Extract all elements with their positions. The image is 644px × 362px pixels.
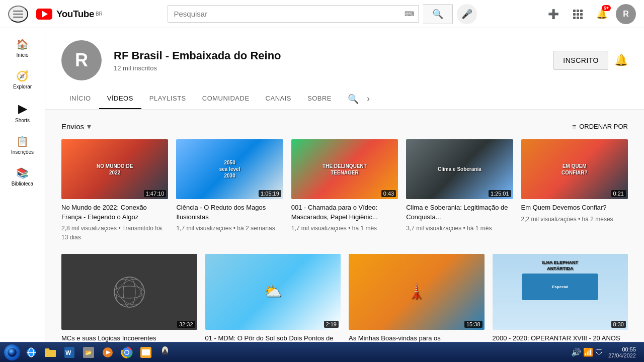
svg-rect-5 bbox=[580, 10, 583, 12]
channel-name: RF Brasil - Embaixada do Reino bbox=[114, 49, 541, 62]
search-input[interactable] bbox=[168, 6, 400, 22]
sidebar-item-home[interactable]: 🏠 Início bbox=[3, 32, 43, 64]
notifications-button[interactable]: 🔔 5+ bbox=[592, 4, 612, 24]
videos-section: Envios ▾ ≡ ORDENAR POR NO MUNDO DE2022 1… bbox=[45, 110, 644, 362]
thumb-text-v4: Clima e Soberania bbox=[438, 166, 481, 172]
video-duration-v8: 15:38 bbox=[464, 321, 482, 328]
svg-rect-6 bbox=[573, 13, 576, 16]
video-card-v3[interactable]: THE DELINQUENTTEENAGER 0:43 001 - Chamad… bbox=[291, 139, 398, 242]
sidebar-label-subscriptions: Inscrições bbox=[11, 149, 34, 155]
video-views-v5: 2,2 mil visualizações bbox=[521, 216, 577, 223]
video-time-v3: há 1 mês bbox=[352, 225, 377, 232]
video-thumb-v2: 2050sea level2030 1:05:19 bbox=[176, 139, 283, 199]
tab-chevron-icon[interactable]: › bbox=[363, 89, 374, 108]
video-info-v1: No Mundo de 2022: Conexão França - Elege… bbox=[61, 199, 168, 241]
thumb-text-v8: 🗼 bbox=[408, 283, 425, 301]
video-info-v3: 001 - Chamada para o Vídeo: Mascarados, … bbox=[291, 199, 398, 232]
mic-button[interactable]: 🎤 bbox=[457, 4, 477, 24]
clock-time: 00:55 bbox=[608, 346, 636, 352]
home-icon: 🏠 bbox=[16, 38, 29, 50]
taskbar-folder[interactable] bbox=[41, 343, 59, 361]
tray-icon-1[interactable]: 🔊 bbox=[571, 347, 581, 357]
video-card-v2[interactable]: 2050sea level2030 1:05:19 Ciência - O Re… bbox=[176, 139, 283, 242]
tab-inicio[interactable]: INÍCIO bbox=[61, 88, 99, 109]
envios-chevron-icon: ▾ bbox=[87, 122, 91, 131]
video-card-v1[interactable]: NO MUNDO DE2022 1:47:10 No Mundo de 2022… bbox=[61, 139, 168, 242]
apps-button[interactable] bbox=[568, 4, 588, 24]
channel-avatar: R bbox=[61, 40, 102, 80]
video-card-v5[interactable]: EM QUEMCONFIAR? 0:21 Em Quem Devemos Con… bbox=[521, 139, 628, 242]
video-duration-v1: 1:47:10 bbox=[144, 190, 167, 197]
channel-details: RF Brasil - Embaixada do Reino 12 mil in… bbox=[114, 49, 541, 72]
video-info-v2: Ciência - O Reduto dos Magos Ilusionista… bbox=[176, 199, 283, 232]
search-button[interactable]: 🔍 bbox=[423, 4, 453, 24]
apps-grid-icon bbox=[573, 9, 583, 19]
channel-bell-button[interactable]: 🔔 bbox=[614, 54, 628, 67]
subscribe-button[interactable]: INSCRITO bbox=[553, 51, 608, 70]
tab-canais[interactable]: CANAIS bbox=[258, 88, 299, 109]
video-card-v4[interactable]: Clima e Soberania 1:25:01 Clima e Sobera… bbox=[406, 139, 513, 242]
taskbar-pinned-apps: W 📂 bbox=[22, 343, 174, 361]
svg-rect-4 bbox=[577, 10, 579, 12]
channel-subscribers: 12 mil inscritos bbox=[114, 64, 541, 72]
svg-rect-11 bbox=[580, 17, 583, 19]
youtube-logo[interactable]: YouTube BR bbox=[36, 9, 103, 20]
taskbar-app8[interactable] bbox=[156, 343, 174, 361]
thumb-text-v5: EM QUEMCONFIAR? bbox=[561, 163, 588, 176]
header: YouTube BR ⌨ 🔍 🎤 ➕ bbox=[0, 0, 644, 28]
thumb-text-v9: ILHA ELEPHANTANTÁRTIDA bbox=[542, 260, 578, 272]
taskbar-chrome[interactable] bbox=[118, 343, 136, 361]
section-toolbar: Envios ▾ ≡ ORDENAR POR bbox=[61, 122, 628, 131]
taskbar-app7[interactable] bbox=[137, 343, 155, 361]
video-title-v1: No Mundo de 2022: Conexão França - Elege… bbox=[61, 203, 168, 221]
video-time-v5: há 2 meses bbox=[582, 216, 613, 223]
order-by-button[interactable]: ≡ ORDENAR POR bbox=[572, 123, 628, 131]
create-icon: ➕ bbox=[548, 9, 559, 20]
channel-header: R RF Brasil - Embaixada do Reino 12 mil … bbox=[45, 28, 644, 110]
tab-comunidade[interactable]: COMUNIDADE bbox=[194, 88, 258, 109]
svg-text:W: W bbox=[65, 349, 71, 356]
section-label[interactable]: Envios ▾ bbox=[61, 122, 91, 131]
tab-sobre[interactable]: SOBRE bbox=[299, 88, 340, 109]
video-meta-v4: 3,7 mil visualizações • há 1 mês bbox=[406, 224, 513, 233]
tray-icon-3[interactable]: 🛡 bbox=[595, 348, 603, 357]
sidebar-item-subscriptions[interactable]: 📋 Inscrições bbox=[3, 129, 43, 161]
taskbar-word[interactable]: W bbox=[60, 343, 78, 361]
create-button[interactable]: ➕ bbox=[543, 4, 564, 24]
video-title-v2: Ciência - O Reduto dos Magos Ilusionista… bbox=[176, 203, 283, 221]
tab-playlists[interactable]: PLAYLISTS bbox=[141, 88, 194, 109]
svg-point-13 bbox=[114, 286, 144, 298]
video-duration-v9: 8:30 bbox=[611, 321, 626, 328]
taskbar-app4[interactable]: 📂 bbox=[79, 343, 98, 361]
notification-badge: 5+ bbox=[602, 5, 611, 11]
header-left: YouTube BR bbox=[8, 6, 109, 23]
account-button[interactable]: R bbox=[616, 4, 636, 24]
taskbar-clock[interactable]: 00:55 27/04/2022 bbox=[606, 346, 638, 358]
sidebar-label-explore: Explorar bbox=[13, 84, 32, 89]
svg-rect-1 bbox=[13, 14, 23, 15]
svg-rect-2 bbox=[13, 17, 23, 18]
video-meta-v3: 1,7 mil visualizações • há 1 mês bbox=[291, 224, 398, 233]
video-thumb-v6: 32:32 bbox=[61, 254, 197, 330]
sidebar-item-explore[interactable]: 🧭 Explorar bbox=[3, 64, 43, 96]
video-meta-v5: 2,2 mil visualizações • há 2 meses bbox=[521, 215, 628, 224]
tab-videos[interactable]: VÍDEOS bbox=[99, 88, 141, 109]
channel-actions: INSCRITO 🔔 bbox=[553, 51, 628, 70]
taskbar-ie[interactable] bbox=[22, 343, 40, 361]
video-thumb-v9: ILHA ELEPHANTANTÁRTIDA Especial 8:30 bbox=[493, 254, 628, 330]
taskbar: W 📂 🔊 📶 🛡 00:55 27/04/2022 bbox=[0, 342, 644, 362]
main-content: R RF Brasil - Embaixada do Reino 12 mil … bbox=[45, 28, 644, 362]
tab-search-icon[interactable]: 🔍 bbox=[344, 89, 363, 109]
tray-icon-2[interactable]: 📶 bbox=[583, 347, 593, 357]
taskbar-media-player[interactable] bbox=[99, 343, 117, 361]
thumb-text-v7: ⛅ bbox=[264, 283, 282, 301]
keyboard-icon[interactable]: ⌨ bbox=[400, 6, 419, 22]
menu-button[interactable] bbox=[8, 6, 28, 23]
sidebar-label-shorts: Shorts bbox=[15, 118, 30, 123]
header-right: ➕ 🔔 5+ R bbox=[535, 4, 636, 24]
sidebar-item-library[interactable]: 📚 Biblioteca bbox=[3, 161, 43, 193]
start-button[interactable] bbox=[2, 343, 22, 361]
video-views-v4: 3,7 mil visualizações bbox=[406, 225, 461, 232]
svg-rect-3 bbox=[573, 10, 576, 12]
sidebar-item-shorts[interactable]: ▶ Shorts bbox=[3, 96, 43, 129]
